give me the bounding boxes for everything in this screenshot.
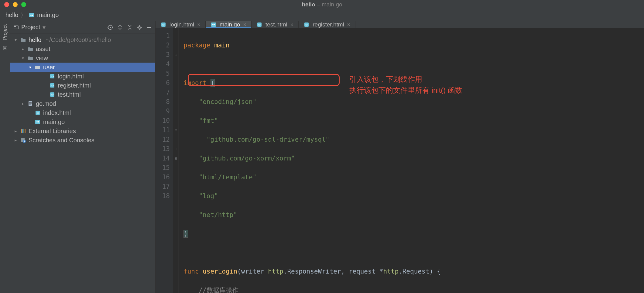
svg-point-30 bbox=[38, 121, 39, 122]
project-tool-tab[interactable]: Project bbox=[2, 24, 8, 40]
tab-main-go[interactable]: main.go × bbox=[206, 21, 252, 28]
collapse-all-icon[interactable] bbox=[127, 24, 133, 30]
tree-label: Scratches and Consoles bbox=[29, 137, 94, 144]
file-icon bbox=[27, 101, 33, 107]
chevron-down-icon[interactable]: ▾ bbox=[28, 65, 32, 69]
tree-root[interactable]: ▾ hello ~/Code/goRoot/src/hello bbox=[10, 35, 155, 44]
close-window-button[interactable] bbox=[4, 2, 9, 7]
line-number: 13 bbox=[156, 144, 170, 154]
keyword: package bbox=[183, 42, 211, 49]
svg-rect-4 bbox=[4, 47, 6, 47]
line-number: 11 bbox=[156, 126, 170, 135]
paren: ) bbox=[183, 230, 188, 238]
chevron-down-icon[interactable]: ▾ bbox=[13, 38, 18, 42]
folder-icon bbox=[27, 55, 33, 61]
fold-end-icon[interactable]: ⊟ bbox=[173, 126, 179, 135]
svg-rect-15 bbox=[147, 27, 151, 28]
tree-label: External Libraries bbox=[29, 128, 76, 135]
close-icon[interactable]: × bbox=[347, 22, 351, 28]
svg-rect-5 bbox=[4, 48, 6, 49]
comment: //数据库操作 bbox=[199, 287, 238, 293]
expand-all-icon[interactable] bbox=[117, 24, 123, 30]
svg-rect-33 bbox=[23, 129, 24, 133]
type: .Request bbox=[399, 268, 429, 275]
line-gutter: 1 2 3 4 5 6 7 8 9 10 11 12 13 14 15 16 1… bbox=[156, 28, 173, 293]
svg-rect-25 bbox=[29, 104, 31, 105]
svg-rect-34 bbox=[25, 129, 26, 133]
fold-icon[interactable]: ⊟ bbox=[173, 144, 179, 154]
breadcrumb-root[interactable]: hello bbox=[5, 12, 18, 19]
chevron-right-icon[interactable]: ▸ bbox=[21, 102, 25, 106]
titlebar: hello – main.go bbox=[0, 0, 644, 9]
tree-file-test[interactable]: <> test.html bbox=[10, 90, 155, 99]
chevron-down-icon[interactable]: ▾ bbox=[21, 56, 25, 60]
html-file-icon: <> bbox=[256, 22, 262, 28]
code-content[interactable]: package main import ( "encoding/json" "f… bbox=[179, 28, 644, 293]
hide-icon[interactable] bbox=[146, 24, 152, 30]
line-number: 12 bbox=[156, 135, 170, 144]
minimize-window-button[interactable] bbox=[13, 2, 18, 7]
project-view-icon bbox=[13, 25, 19, 30]
svg-text:<>: <> bbox=[305, 23, 308, 26]
tree-external-libs[interactable]: ▸ External Libraries bbox=[10, 126, 155, 136]
svg-point-2 bbox=[32, 15, 33, 16]
project-tree[interactable]: ▾ hello ~/Code/goRoot/src/hello ▸ asset … bbox=[10, 33, 155, 293]
chevron-right-icon[interactable]: ▸ bbox=[21, 47, 25, 51]
string: "github.com/go-xorm/xorm" bbox=[199, 155, 295, 162]
chevron-right-icon: 〉 bbox=[21, 12, 26, 19]
breadcrumb-file[interactable]: main.go bbox=[37, 12, 59, 19]
close-icon[interactable]: × bbox=[290, 22, 294, 28]
tree-file-gomod[interactable]: ▸ go.mod bbox=[10, 99, 155, 108]
line-number: 5 bbox=[156, 69, 170, 78]
svg-rect-31 bbox=[21, 129, 22, 133]
maximize-window-button[interactable] bbox=[21, 2, 26, 7]
library-icon bbox=[20, 128, 26, 134]
chevron-right-icon[interactable]: ▸ bbox=[13, 138, 18, 142]
line-number: 7 bbox=[156, 88, 170, 97]
svg-text:<>: <> bbox=[162, 23, 165, 26]
tab-test[interactable]: <> test.html × bbox=[252, 21, 299, 28]
code-area[interactable]: 1 2 3 4 5 6 7 8 9 10 11 12 13 14 15 16 1… bbox=[156, 28, 644, 293]
tree-file-index[interactable]: <> index.html bbox=[10, 108, 155, 117]
line-number: 18 bbox=[156, 191, 170, 201]
tree-folder-user[interactable]: ▾ user bbox=[10, 63, 155, 72]
svg-text:<>: <> bbox=[51, 84, 54, 87]
settings-icon[interactable] bbox=[136, 24, 142, 30]
tab-login[interactable]: <> login.html × bbox=[156, 21, 206, 28]
fold-icon[interactable]: ⊟ bbox=[173, 50, 179, 60]
func-name: userLogin bbox=[203, 268, 237, 275]
line-number: 1 bbox=[156, 31, 170, 41]
tree-file-register[interactable]: <> register.html bbox=[10, 81, 155, 90]
tree-root-name: hello bbox=[29, 36, 41, 43]
svg-rect-23 bbox=[29, 102, 32, 103]
scratches-icon bbox=[20, 137, 26, 143]
tree-label: view bbox=[36, 55, 48, 62]
line-number: 9 bbox=[156, 107, 170, 116]
fold-icon[interactable]: ⊟ bbox=[173, 154, 179, 163]
tab-label: login.html bbox=[170, 21, 194, 28]
window-controls bbox=[4, 2, 26, 7]
tree-folder-view[interactable]: ▾ view bbox=[10, 53, 155, 63]
svg-text:<>: <> bbox=[258, 23, 261, 26]
folder-icon bbox=[27, 46, 33, 52]
string: "fmt" bbox=[199, 117, 218, 124]
close-icon[interactable]: × bbox=[197, 22, 200, 28]
type: .ResponseWriter bbox=[283, 268, 341, 275]
folder-icon bbox=[20, 37, 26, 43]
fold-gutter: ⊟ ⊟ ⊟ ⊟ bbox=[173, 28, 179, 293]
tab-register[interactable]: <> register.html × bbox=[299, 21, 355, 28]
tree-label: user bbox=[43, 64, 55, 71]
close-icon[interactable]: × bbox=[243, 22, 246, 28]
locate-icon[interactable] bbox=[107, 24, 113, 30]
dropdown-icon[interactable]: ▾ bbox=[43, 24, 46, 31]
go-file-icon bbox=[29, 12, 35, 18]
chevron-right-icon[interactable]: ▸ bbox=[13, 129, 18, 133]
go-file-icon bbox=[211, 22, 217, 28]
tree-scratches[interactable]: ▸ Scratches and Consoles bbox=[10, 136, 155, 145]
tree-folder-asset[interactable]: ▸ asset bbox=[10, 44, 155, 53]
structure-tool-icon[interactable] bbox=[2, 45, 8, 51]
tree-label: register.html bbox=[58, 82, 91, 89]
tree-file-maingo[interactable]: main.go bbox=[10, 117, 155, 126]
tree-file-login[interactable]: <> login.html bbox=[10, 72, 155, 81]
sidebar-header: Project ▾ bbox=[10, 21, 155, 33]
